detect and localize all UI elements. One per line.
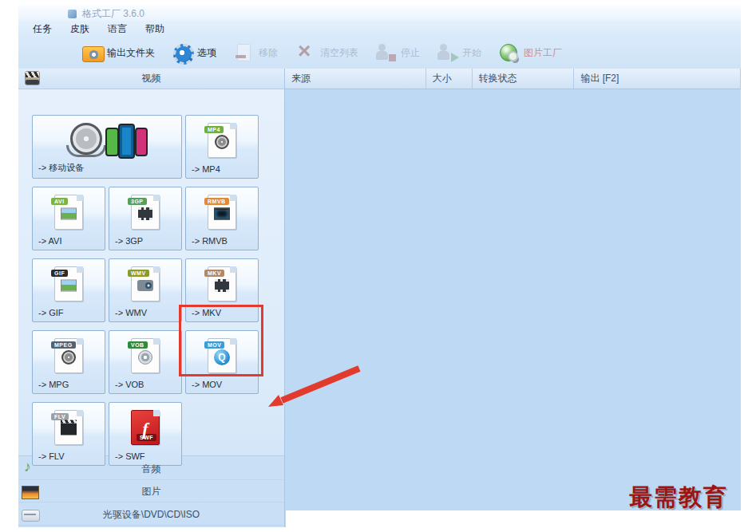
mov-tag-label: MOV	[204, 341, 224, 349]
menu-bar: 任务皮肤语言帮助	[18, 21, 741, 37]
mobile-device-icon	[33, 120, 181, 160]
file-type-icon-gif: GIF	[54, 266, 83, 301]
stop-person-icon	[376, 43, 397, 62]
format-button-mpg[interactable]: MPEG-> MPG	[32, 330, 105, 394]
start-person-icon	[437, 43, 458, 62]
toolbar-button-options[interactable]: 选项	[172, 43, 216, 62]
file-type-icon-mpg: MPEG	[54, 338, 83, 373]
toolbar-button-remove: 移除	[234, 43, 278, 62]
format-button-label-avi: -> AVI	[38, 236, 61, 246]
sidebar-section-audio[interactable]: 音频	[18, 459, 284, 480]
mobile-devices-icon	[59, 120, 155, 161]
remove-document-icon	[234, 43, 255, 62]
format-button-label-rmvb: -> RMVB	[192, 236, 228, 246]
sidebar-header-video-label: 视频	[142, 72, 161, 85]
sidebar-header-video[interactable]: 视频	[18, 69, 284, 89]
file-type-icon-flv: FLV	[54, 410, 83, 445]
wmv-icon: WMV	[109, 264, 181, 304]
toolbar-label-clear-list: 清空列表	[320, 46, 358, 60]
menu-item-language[interactable]: 语言	[100, 21, 135, 37]
file-type-icon-rmvb: RMVB	[208, 195, 236, 230]
format-button-vob[interactable]: VOB-> VOB	[109, 330, 182, 394]
folder-icon	[82, 43, 103, 62]
file-type-icon-3gp: 3GP	[131, 195, 160, 230]
menu-item-skin[interactable]: 皮肤	[62, 21, 97, 37]
sidebar-section-label-optical-drive: 光驱设备\DVD\CD\ISO	[103, 508, 200, 522]
mkv-icon: MKV	[186, 264, 258, 304]
file-list: 来源大小转换状态输出 [F2]	[284, 69, 741, 527]
3gp-tag-label: 3GP	[128, 198, 147, 205]
format-button-rmvb[interactable]: RMVB-> RMVB	[185, 187, 259, 250]
toolbar-label-picture-factory: 图片工厂	[524, 46, 562, 60]
title-bar: 格式工厂 3.6.0	[18, 5, 741, 21]
toolbar-label-remove: 移除	[259, 46, 278, 60]
gif-icon: GIF	[33, 264, 105, 304]
file-type-icon-mov: MOVQ	[208, 338, 236, 373]
format-button-flv[interactable]: FLV-> FLV	[32, 402, 105, 466]
toolbar-label-options: 选项	[197, 46, 216, 60]
vob-tag-label: VOB	[128, 341, 148, 349]
picture-icon	[22, 483, 38, 499]
toolbar-label-output-folder: 输出文件夹	[107, 46, 155, 60]
toolbar-button-picture-factory[interactable]: 图片工厂	[499, 43, 562, 62]
format-button-mov[interactable]: MOVQ-> MOV	[185, 330, 259, 394]
menu-item-help[interactable]: 帮助	[137, 21, 172, 37]
toolbar-button-stop: 停止	[376, 43, 420, 62]
sidebar-section-label-audio: 音频	[142, 463, 161, 476]
phone-icon	[135, 128, 148, 156]
column-header-3[interactable]: 输出 [F2]	[574, 69, 741, 89]
vob-icon: VOB	[109, 336, 181, 376]
flash-glyph-icon: f	[142, 419, 148, 439]
sidebar-section-picture[interactable]: 图片	[18, 481, 284, 502]
format-button-mp4[interactable]: MP4-> MP4	[185, 115, 259, 179]
phone-icon	[118, 124, 135, 159]
wmv-tag-label: WMV	[128, 270, 149, 277]
file-type-icon-mkv: MKV	[208, 266, 236, 301]
toolbar-button-output-folder[interactable]: 输出文件夹	[82, 43, 155, 62]
file-list-header: 来源大小转换状态输出 [F2]	[285, 69, 741, 89]
menu-item-task[interactable]: 任务	[25, 21, 60, 37]
format-button-label-mobile-device: -> 移动设备	[38, 162, 84, 174]
rmvb-icon: RMVB	[186, 192, 258, 232]
column-header-2[interactable]: 转换状态	[473, 69, 575, 89]
qtime-glyph-icon: Q	[214, 349, 230, 365]
mp4-icon: MP4	[186, 120, 258, 160]
clapper-glyph-icon	[61, 424, 77, 435]
format-button-gif[interactable]: GIF-> GIF	[32, 258, 105, 322]
format-button-wmv[interactable]: WMV-> WMV	[109, 258, 182, 322]
file-type-icon-vob: VOB	[131, 338, 160, 373]
mkv-tag-label: MKV	[204, 270, 224, 277]
format-button-avi[interactable]: AVI-> AVI	[32, 187, 105, 250]
file-list-body[interactable]	[285, 89, 741, 527]
disc-glyph-icon	[138, 350, 152, 365]
format-button-mobile-device[interactable]: -> 移动设备	[32, 115, 182, 179]
sidebar-section-optical-drive[interactable]: 光驱设备\DVD\CD\ISO	[18, 504, 284, 526]
avi-tag-label: AVI	[51, 198, 68, 205]
video-format-panel: -> 移动设备MP4-> MP4AVI-> AVI3GP-> 3GPRMVB->…	[18, 89, 284, 456]
mpg-icon: MPEG	[33, 336, 105, 376]
sidebar: 视频 -> 移动设备MP4-> MP4AVI-> AVI3GP-> 3GPRMV…	[18, 69, 284, 527]
clapperboard-icon	[25, 71, 40, 85]
flv-icon: FLV	[33, 408, 105, 447]
film-glyph-icon	[138, 207, 152, 220]
toolbar-label-stop: 停止	[401, 46, 420, 60]
format-button-mkv[interactable]: MKV-> MKV	[185, 258, 259, 322]
format-button-swf[interactable]: SWFf-> SWF	[109, 402, 182, 466]
format-button-label-mov: -> MOV	[192, 380, 222, 389]
format-button-label-gif: -> GIF	[38, 308, 63, 317]
column-header-0[interactable]: 来源	[285, 69, 426, 89]
format-button-label-mpg: -> MPG	[38, 380, 69, 389]
column-header-1[interactable]: 大小	[426, 69, 473, 89]
screen-glyph-icon	[214, 208, 230, 220]
rmvb-tag-label: RMVB	[204, 198, 229, 205]
film-reel-icon	[70, 123, 102, 155]
app-icon	[68, 10, 77, 18]
file-type-icon-avi: AVI	[54, 195, 83, 230]
image-glyph-icon	[61, 280, 77, 292]
toolbar-button-clear-list: 清空列表	[295, 43, 358, 62]
format-button-3gp[interactable]: 3GP-> 3GP	[109, 187, 182, 250]
file-type-icon-wmv: WMV	[131, 266, 160, 301]
watermark-text: 最需教育	[629, 482, 728, 514]
toolbar-label-start: 开始	[462, 46, 481, 60]
gif-tag-label: GIF	[51, 270, 68, 277]
